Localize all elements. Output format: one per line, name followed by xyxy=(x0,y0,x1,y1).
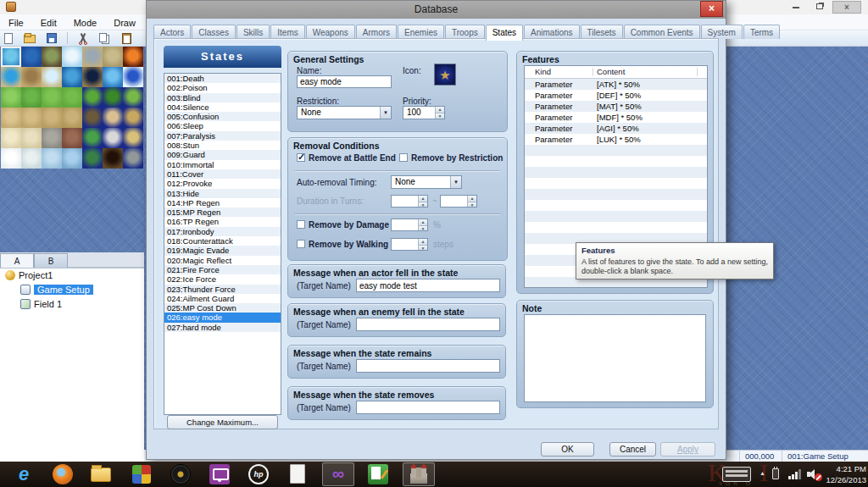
message-enemy-input[interactable] xyxy=(356,318,500,331)
state-list-item[interactable]: 022:Ice Force xyxy=(164,274,281,284)
state-list-item[interactable]: 026:easy mode xyxy=(164,313,281,322)
state-list-item[interactable]: 009:Guard xyxy=(164,150,281,159)
touch-keyboard-icon[interactable] xyxy=(722,467,751,482)
feature-row[interactable]: Parameter [LUK] * 50% xyxy=(525,134,707,145)
message-remains-input[interactable] xyxy=(356,359,500,373)
tray-expand-icon[interactable]: ▲ xyxy=(760,470,765,476)
feature-row[interactable]: Parameter [AGI] * 50% xyxy=(525,123,707,134)
palette-tile[interactable] xyxy=(82,47,103,67)
database-tab[interactable]: Items xyxy=(270,25,304,39)
palette-tile[interactable] xyxy=(62,47,82,67)
state-list-item[interactable]: 021:Fire Force xyxy=(164,265,281,274)
tree-item-field1[interactable]: Field 1 xyxy=(0,297,144,312)
state-list-item[interactable]: 001:Death xyxy=(164,74,281,83)
palette-tile[interactable] xyxy=(123,128,143,148)
database-tab[interactable]: Actors xyxy=(153,25,191,39)
state-list-item[interactable]: 004:Silence xyxy=(164,102,281,112)
palette-tile[interactable] xyxy=(82,87,103,108)
remove-restriction-checkbox[interactable] xyxy=(399,153,408,162)
state-list-item[interactable]: 025:MP Cost Down xyxy=(164,303,281,313)
palette-tile[interactable] xyxy=(62,148,82,169)
disc-burner-icon[interactable] xyxy=(170,463,192,485)
hp-support-icon[interactable]: hp xyxy=(248,464,269,484)
remove-by-walking-checkbox[interactable] xyxy=(297,240,305,248)
dialog-titlebar[interactable]: Database xyxy=(147,1,726,19)
feature-empty-row[interactable] xyxy=(525,189,707,200)
database-tab[interactable]: Armors xyxy=(356,25,397,39)
database-tab[interactable]: Skills xyxy=(236,25,270,39)
state-list-item[interactable]: 012:Provoke xyxy=(164,179,281,188)
state-list-item[interactable]: 002:Poison xyxy=(164,83,281,92)
change-maximum-button[interactable]: Change Maximum... xyxy=(167,415,278,429)
state-list-item[interactable]: 019:Magic Evade xyxy=(164,246,281,255)
feature-row[interactable]: Parameter [DEF] * 50% xyxy=(525,90,707,101)
database-tab[interactable]: Classes xyxy=(192,25,236,39)
palette-tile[interactable] xyxy=(42,148,62,169)
palette-tile[interactable] xyxy=(103,128,123,148)
palette-tile[interactable] xyxy=(103,108,123,128)
feature-row[interactable]: Parameter [ATK] * 50% xyxy=(525,79,707,90)
state-icon-button[interactable]: ★ xyxy=(434,64,456,86)
state-list-item[interactable]: 017:Ironbody xyxy=(164,227,281,236)
clock[interactable]: 4:21 PM 12/26/2013 xyxy=(822,463,866,485)
palette-tile[interactable] xyxy=(82,128,103,148)
palette-tile[interactable] xyxy=(123,148,143,169)
menu-item[interactable]: Mode xyxy=(65,15,106,31)
save-icon[interactable] xyxy=(46,32,58,45)
feature-row[interactable]: Parameter [MDF] * 50% xyxy=(525,112,707,123)
state-list-item[interactable]: 016:TP Regen xyxy=(164,217,281,226)
palette-tile[interactable] xyxy=(123,47,143,67)
state-list-item[interactable]: 010:Immortal xyxy=(164,160,281,169)
apply-button[interactable]: Apply xyxy=(660,442,715,457)
palette-tile[interactable] xyxy=(21,67,42,87)
state-list-item[interactable]: 024:Ailment Guard xyxy=(164,294,281,303)
database-tab[interactable]: Tilesets xyxy=(581,25,623,39)
palette-tile[interactable] xyxy=(1,47,21,67)
palette-tile[interactable] xyxy=(82,148,103,169)
palette-tile[interactable] xyxy=(42,67,62,87)
rpg-maker-icon[interactable] xyxy=(408,463,430,485)
state-list-item[interactable]: 011:Cover xyxy=(164,169,281,179)
minimize-icon[interactable] xyxy=(787,1,805,14)
puzzle-app-icon[interactable] xyxy=(131,463,153,485)
screen-share-icon[interactable] xyxy=(209,463,231,485)
ok-button[interactable]: OK xyxy=(541,442,594,457)
remove-battle-end-checkbox[interactable] xyxy=(297,153,305,162)
palette-tab-a[interactable]: A xyxy=(0,253,34,268)
palette-tile[interactable] xyxy=(123,87,143,108)
palette-tile[interactable] xyxy=(103,67,123,87)
state-list-item[interactable]: 018:Counterattack xyxy=(164,236,281,246)
palette-tile[interactable] xyxy=(123,67,143,87)
palette-tile[interactable] xyxy=(103,87,123,108)
message-actor-input[interactable] xyxy=(356,279,500,292)
palette-tile[interactable] xyxy=(62,67,82,87)
restore-icon[interactable] xyxy=(810,1,829,14)
feature-empty-row[interactable] xyxy=(525,222,707,233)
menu-item[interactable]: Edit xyxy=(32,15,65,31)
palette-tile[interactable] xyxy=(1,148,21,169)
feature-empty-row[interactable] xyxy=(525,178,707,189)
palette-tile[interactable] xyxy=(21,47,42,67)
database-tab[interactable]: System xyxy=(701,25,743,39)
palette-tile[interactable] xyxy=(1,67,21,87)
message-removes-input[interactable] xyxy=(356,401,500,414)
palette-tile[interactable] xyxy=(123,108,143,128)
palette-tile[interactable] xyxy=(1,128,21,148)
menu-item[interactable]: Draw xyxy=(105,15,144,31)
file-explorer-icon[interactable] xyxy=(91,463,113,485)
volume-muted-icon[interactable] xyxy=(807,469,819,479)
palette-tile[interactable] xyxy=(82,67,103,87)
database-tab[interactable]: Common Events xyxy=(624,25,700,39)
document-app-icon[interactable] xyxy=(287,463,309,485)
visual-studio-icon[interactable]: ∞ xyxy=(327,463,349,485)
palette-tile[interactable] xyxy=(42,128,62,148)
state-list-item[interactable]: 005:Confusion xyxy=(164,112,281,121)
database-tab[interactable]: Troops xyxy=(445,25,485,39)
palette-tile[interactable] xyxy=(82,108,103,128)
note-textarea[interactable] xyxy=(524,314,706,402)
palette-tile[interactable] xyxy=(103,47,123,67)
open-folder-icon[interactable] xyxy=(24,32,36,45)
palette-tile[interactable] xyxy=(42,108,62,128)
palette-tile[interactable] xyxy=(1,108,21,128)
feature-empty-row[interactable] xyxy=(525,211,707,222)
